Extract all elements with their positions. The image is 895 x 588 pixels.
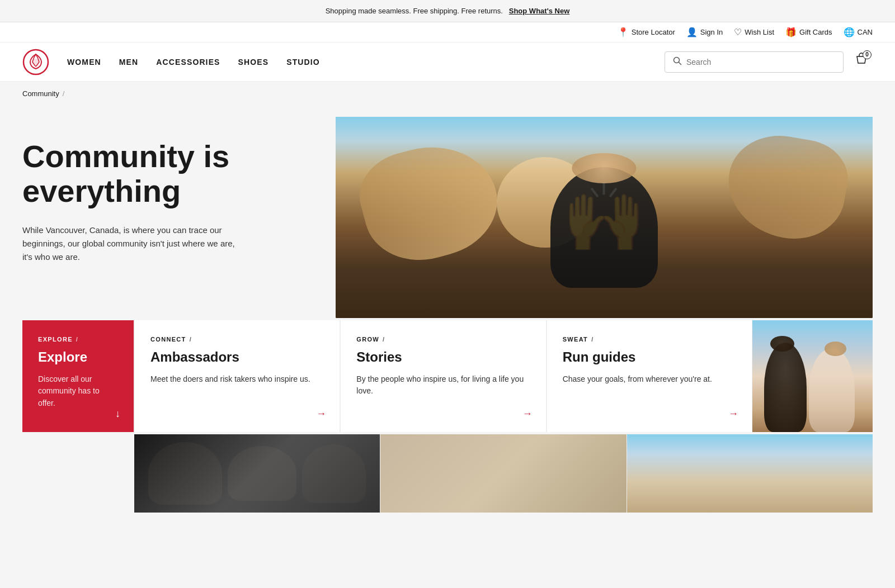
stories-description: By the people who inspire us, for living… bbox=[356, 373, 530, 397]
stories-title: Stories bbox=[356, 349, 530, 366]
run-guides-card: SWEAT / Run guides Chase your goals, fro… bbox=[547, 320, 752, 432]
store-locator-link[interactable]: 📍 Store Locator bbox=[618, 27, 675, 37]
hero-subtitle: While Vancouver, Canada, is where you ca… bbox=[22, 224, 235, 264]
wish-list-label: Wish List bbox=[745, 28, 774, 36]
svg-line-2 bbox=[679, 62, 681, 64]
sweat-image-preview bbox=[752, 320, 873, 432]
sweat-section-label: SWEAT / bbox=[563, 336, 736, 343]
bottom-couple-image bbox=[627, 434, 873, 513]
main-navigation: WOMEN MEN ACCESSORIES SHOES STUDIO bbox=[67, 53, 665, 71]
breadcrumb-separator: / bbox=[63, 89, 65, 98]
ambassadors-title: Ambassadors bbox=[150, 349, 324, 366]
wish-list-link[interactable]: ♡ Wish List bbox=[734, 27, 774, 37]
store-locator-label: Store Locator bbox=[632, 28, 675, 36]
gift-cards-label: Gift Cards bbox=[799, 28, 832, 36]
ambassadors-arrow[interactable]: → bbox=[316, 408, 326, 420]
header-right: 0 bbox=[665, 49, 873, 75]
grow-slash: / bbox=[383, 336, 385, 343]
region-label: CAN bbox=[858, 28, 873, 36]
search-bar[interactable] bbox=[665, 51, 844, 73]
hero-crowd-image bbox=[336, 117, 873, 318]
lululemon-logo[interactable] bbox=[22, 49, 49, 75]
bottom-images-row bbox=[22, 434, 873, 513]
breadcrumb: Community / bbox=[0, 82, 895, 106]
globe-icon: 🌐 bbox=[844, 27, 855, 37]
run-guides-title: Run guides bbox=[563, 349, 736, 366]
gift-cards-icon: 🎁 bbox=[785, 27, 797, 37]
bottom-explore-spacer bbox=[22, 434, 134, 513]
explore-slash: / bbox=[76, 336, 78, 343]
cart-button[interactable]: 0 bbox=[850, 49, 873, 75]
hero-text: Community is everything While Vancouver,… bbox=[22, 117, 336, 318]
sign-in-link[interactable]: 👤 Sign In bbox=[686, 27, 723, 37]
top-banner: Shopping made seamless. Free shipping. F… bbox=[0, 0, 895, 22]
run-guides-description: Chase your goals, from wherever you're a… bbox=[563, 373, 736, 386]
store-locator-icon: 📍 bbox=[618, 27, 629, 37]
nav-women[interactable]: WOMEN bbox=[67, 53, 101, 71]
main-content: Community is everything While Vancouver,… bbox=[0, 106, 895, 513]
nav-shoes[interactable]: SHOES bbox=[238, 53, 269, 71]
breadcrumb-community[interactable]: Community bbox=[22, 89, 59, 98]
ambassadors-card: CONNECT / Ambassadors Meet the doers and… bbox=[135, 320, 340, 432]
sweat-slash: / bbox=[591, 336, 593, 343]
gift-cards-link[interactable]: 🎁 Gift Cards bbox=[785, 27, 832, 37]
search-icon bbox=[673, 56, 682, 68]
run-guides-arrow[interactable]: → bbox=[728, 408, 738, 420]
nav-studio[interactable]: STUDIO bbox=[286, 53, 320, 71]
explore-section-label: EXPLORE / bbox=[38, 336, 118, 343]
search-input[interactable] bbox=[686, 58, 835, 67]
explore-arrow[interactable]: ↓ bbox=[115, 408, 120, 420]
ambassadors-description: Meet the doers and risk takers who inspi… bbox=[150, 373, 324, 386]
sign-in-label: Sign In bbox=[700, 28, 723, 36]
utility-bar: 📍 Store Locator 👤 Sign In ♡ Wish List 🎁 … bbox=[0, 22, 895, 42]
grow-section-label: GROW / bbox=[356, 336, 530, 343]
bottom-running-image bbox=[380, 434, 626, 513]
explore-description: Discover all our community has to offer. bbox=[38, 373, 118, 410]
stories-arrow[interactable]: → bbox=[522, 408, 533, 420]
bottom-yoga-image bbox=[134, 434, 380, 513]
banner-text: Shopping made seamless. Free shipping. F… bbox=[326, 7, 503, 15]
nav-men[interactable]: MEN bbox=[119, 53, 138, 71]
explore-card: EXPLORE / Explore Discover all our commu… bbox=[22, 320, 134, 432]
hero-title: Community is everything bbox=[22, 139, 313, 208]
stories-card: GROW / Stories By the people who inspire… bbox=[341, 320, 546, 432]
explore-title: Explore bbox=[38, 349, 118, 366]
connect-slash: / bbox=[190, 336, 192, 343]
wish-list-icon: ♡ bbox=[734, 27, 742, 37]
hero-section: Community is everything While Vancouver,… bbox=[22, 117, 873, 318]
hero-image bbox=[336, 117, 873, 318]
nav-accessories[interactable]: ACCESSORIES bbox=[156, 53, 220, 71]
region-selector[interactable]: 🌐 CAN bbox=[844, 27, 873, 37]
sign-in-icon: 👤 bbox=[686, 27, 698, 37]
cart-badge: 0 bbox=[863, 50, 872, 59]
cards-section: EXPLORE / Explore Discover all our commu… bbox=[22, 320, 873, 432]
banner-link[interactable]: Shop What's New bbox=[509, 7, 570, 15]
main-header: WOMEN MEN ACCESSORIES SHOES STUDIO 0 bbox=[0, 42, 895, 82]
connect-section-label: CONNECT / bbox=[150, 336, 324, 343]
